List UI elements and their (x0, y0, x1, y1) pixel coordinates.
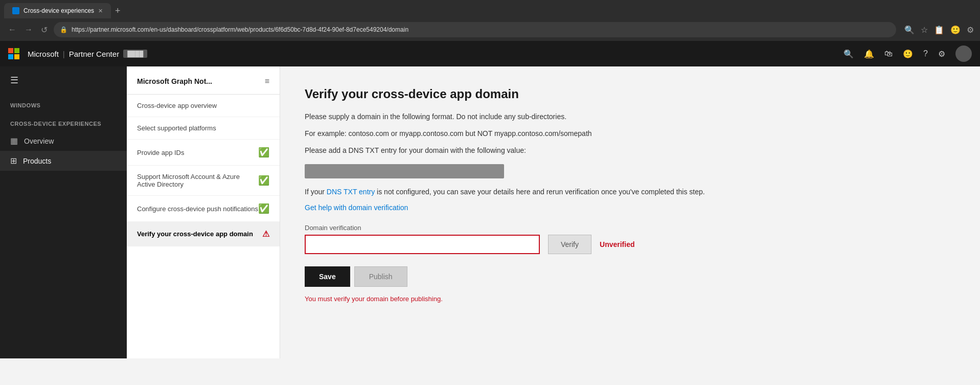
domain-input[interactable] (305, 235, 540, 254)
step-panel-title: Microsoft Graph Not... (137, 77, 212, 85)
step-push-label: Configure cross-device push notification… (137, 205, 258, 213)
main-content: Verify your cross-device app domain Plea… (280, 66, 980, 358)
desc-text-1: Please supply a domain in the following … (305, 111, 955, 122)
header-actions: 🔍 🔔 🛍 🙂 ? ⚙ (844, 46, 972, 62)
main-container: ☰ WINDOWS CROSS-DEVICE EXPERIENCES ▦ Ove… (0, 66, 980, 358)
sidebar-item-overview[interactable]: ▦ Overview (0, 131, 127, 151)
step-item-push-notifications[interactable]: Configure cross-device push notification… (127, 196, 280, 222)
error-text: You must verify your domain before publi… (305, 295, 955, 303)
inline-text-after: is not configured, you can save your det… (375, 188, 704, 196)
header-title: Microsoft | Partner Center ████ (28, 50, 147, 58)
settings-icon[interactable]: ⚙ (967, 25, 974, 35)
app-header: Microsoft | Partner Center ████ 🔍 🔔 🛍 🙂 … (0, 41, 980, 66)
ms-logo (8, 48, 19, 59)
page-title: Verify your cross-device app domain (305, 87, 955, 101)
address-bar[interactable]: 🔒 https://partner.microsoft.com/en-us/da… (54, 22, 896, 37)
sidebar-cross-device-label: CROSS-DEVICE EXPERIENCES (0, 112, 127, 131)
step-item-platforms[interactable]: Select supported platforms (127, 117, 280, 140)
desc-text-2: For example: contoso.com or myapp.contos… (305, 128, 955, 139)
ms-logo-blue (8, 54, 13, 59)
zoom-icon[interactable]: 🔍 (904, 25, 915, 35)
inline-text-before: If your (305, 188, 327, 196)
collections-icon[interactable]: 📋 (934, 25, 944, 35)
ms-logo-red (8, 48, 13, 53)
header-search-icon[interactable]: 🔍 (844, 49, 854, 59)
url-text: https://partner.microsoft.com/en-us/dash… (72, 26, 408, 33)
header-emoji-icon[interactable]: 🙂 (903, 49, 913, 59)
domain-field-label: Domain verification (305, 224, 955, 232)
ms-logo-yellow (14, 54, 19, 59)
desc-text-dns-notice: If your DNS TXT entry is not configured,… (305, 187, 955, 197)
header-avatar[interactable] (955, 46, 972, 62)
step-panel-header: Microsoft Graph Not... ≡ (127, 66, 280, 95)
unverified-status: Unverified (600, 240, 634, 248)
step-push-check-icon: ✅ (258, 203, 269, 214)
profile-icon[interactable]: 🙂 (950, 25, 961, 35)
step-panel: Microsoft Graph Not... ≡ Cross-device ap… (127, 66, 280, 358)
forward-button[interactable]: → (22, 23, 35, 36)
new-tab-button[interactable]: + (111, 4, 125, 18)
save-button[interactable]: Save (305, 266, 350, 287)
header-help-icon[interactable]: ? (923, 49, 928, 58)
products-icon: ⊞ (10, 156, 17, 166)
publish-button[interactable]: Publish (354, 266, 407, 287)
step-item-overview[interactable]: Cross-device app overview (127, 95, 280, 117)
refresh-button[interactable]: ↺ (39, 23, 50, 37)
desc-text-3: Please add a DNS TXT entry for your doma… (305, 145, 955, 156)
step-ms-account-check-icon: ✅ (258, 175, 269, 186)
step-panel-collapse-icon[interactable]: ≡ (265, 77, 269, 86)
header-brand: Microsoft (28, 50, 59, 58)
header-divider: | (63, 50, 65, 58)
dns-value-box (305, 164, 504, 178)
step-ms-account-label: Support Microsoft Account & Azure Active… (137, 173, 258, 188)
sidebar: ☰ WINDOWS CROSS-DEVICE EXPERIENCES ▦ Ove… (0, 66, 127, 358)
tab-bar: Cross-device experiences ✕ + (0, 0, 980, 18)
header-settings-icon[interactable]: ⚙ (938, 49, 945, 59)
nav-bar: ← → ↺ 🔒 https://partner.microsoft.com/en… (0, 18, 980, 41)
step-item-ms-account[interactable]: Support Microsoft Account & Azure Active… (127, 166, 280, 196)
verify-button[interactable]: Verify (548, 235, 591, 254)
dns-txt-link[interactable]: DNS TXT entry (327, 188, 375, 196)
header-subtitle: Partner Center (69, 50, 119, 58)
hamburger-menu[interactable]: ☰ (0, 66, 127, 94)
sidebar-overview-label: Overview (24, 137, 54, 145)
step-verify-label: Verify your cross-device app domain (137, 230, 253, 238)
sidebar-products-label: Products (23, 157, 51, 165)
sidebar-windows-label: WINDOWS (0, 94, 127, 112)
sidebar-item-products[interactable]: ⊞ Products (0, 151, 127, 171)
step-app-ids-label: Provide app IDs (137, 149, 185, 156)
domain-row: Verify Unverified (305, 235, 955, 254)
overview-icon: ▦ (10, 136, 18, 146)
star-icon[interactable]: ☆ (921, 25, 928, 35)
ms-logo-green (14, 48, 19, 53)
step-item-app-ids[interactable]: Provide app IDs ✅ (127, 140, 280, 166)
nav-icons-group: 🔍 ☆ 📋 🙂 ⚙ (904, 25, 974, 35)
tab-title: Cross-device experiences (24, 7, 94, 14)
header-badge: ████ (123, 50, 147, 58)
step-item-verify-domain[interactable]: Verify your cross-device app domain ⚠ (127, 222, 280, 246)
active-tab[interactable]: Cross-device experiences ✕ (4, 3, 111, 18)
lock-icon: 🔒 (60, 26, 67, 33)
app-container: Microsoft | Partner Center ████ 🔍 🔔 🛍 🙂 … (0, 41, 980, 358)
header-store-icon[interactable]: 🛍 (884, 49, 893, 58)
step-platforms-label: Select supported platforms (137, 124, 216, 132)
help-link[interactable]: Get help with domain verification (305, 203, 955, 212)
tab-favicon (12, 7, 19, 14)
tab-close-button[interactable]: ✕ (98, 8, 103, 14)
step-verify-warning-icon: ⚠ (262, 229, 269, 239)
header-bell-icon[interactable]: 🔔 (864, 49, 874, 59)
action-row: Save Publish (305, 266, 955, 287)
back-button[interactable]: ← (6, 23, 18, 36)
step-app-ids-check-icon: ✅ (258, 147, 269, 158)
step-overview-label: Cross-device app overview (137, 102, 217, 109)
